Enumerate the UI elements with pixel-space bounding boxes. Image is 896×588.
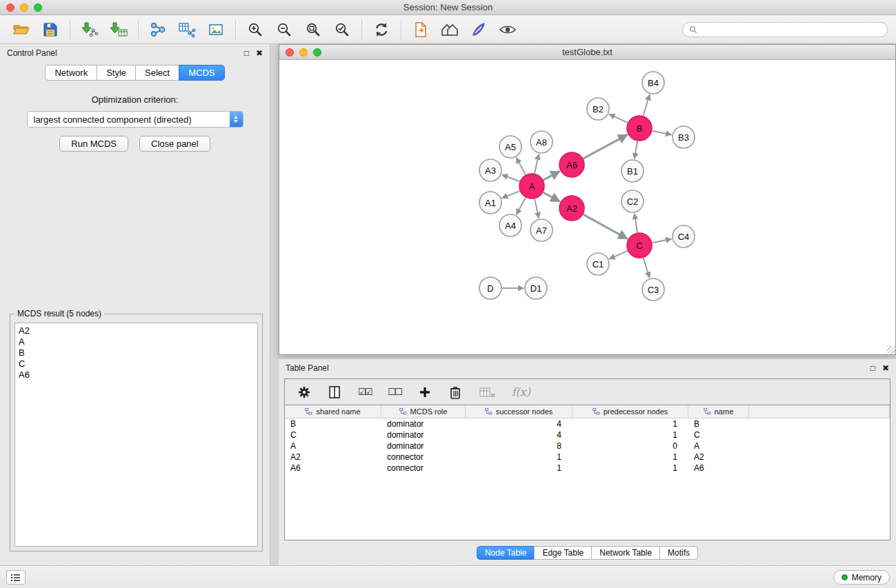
table-cell[interactable]: A2 — [285, 452, 381, 463]
open-session-button[interactable] — [7, 17, 36, 42]
table-row[interactable]: A6connector11A6 — [285, 463, 890, 474]
show-column-button[interactable] — [328, 385, 341, 399]
import-table-button[interactable] — [104, 17, 133, 42]
table-cell[interactable]: B — [285, 418, 381, 429]
minimize-window-button[interactable] — [20, 3, 28, 12]
table-cell[interactable]: connector — [381, 463, 466, 474]
tab-style[interactable]: Style — [97, 65, 136, 81]
close-window-button[interactable] — [6, 3, 14, 12]
graph-edge[interactable] — [609, 114, 627, 123]
search-input[interactable] — [701, 25, 881, 34]
close-panel-button[interactable]: Close panel — [139, 136, 210, 152]
table-cell[interactable]: A — [285, 440, 381, 452]
table-cell[interactable]: A6 — [285, 463, 381, 474]
table-cell[interactable]: 1 — [573, 452, 688, 463]
column-header[interactable]: predecessor nodes — [573, 405, 688, 418]
minimize-network-button[interactable] — [299, 48, 308, 57]
search-box[interactable] — [682, 22, 888, 37]
column-header[interactable]: shared name — [285, 405, 381, 418]
mcds-result-item[interactable]: A2 — [15, 323, 257, 336]
function-builder-button[interactable]: f(x) — [512, 385, 530, 398]
table-cell[interactable]: A2 — [688, 452, 749, 463]
zoom-fit-button[interactable] — [299, 17, 328, 42]
zoom-out-button[interactable] — [270, 17, 299, 42]
graph-edge[interactable] — [544, 192, 560, 201]
delete-table-button[interactable] — [479, 385, 495, 399]
table-cell[interactable]: 1 — [573, 418, 688, 429]
tab-motifs[interactable]: Motifs — [659, 546, 698, 560]
table-cell[interactable]: 8 — [466, 440, 573, 452]
mcds-result-item[interactable]: A — [15, 336, 257, 347]
graph-edge[interactable] — [517, 158, 526, 174]
tab-network-table[interactable]: Network Table — [591, 546, 660, 560]
memory-button[interactable]: Memory — [833, 570, 890, 585]
table-cell[interactable]: A6 — [688, 463, 749, 474]
run-mcds-button[interactable]: Run MCDS — [59, 136, 128, 152]
close-panel-icon[interactable]: ✖ — [256, 48, 263, 58]
table-cell[interactable]: connector — [381, 452, 466, 463]
graph-edge[interactable] — [584, 135, 628, 159]
table-cell[interactable]: 1 — [466, 452, 573, 463]
table-row[interactable]: Cdominator41C — [285, 429, 890, 440]
table-cell[interactable]: 4 — [466, 418, 573, 429]
table-cell[interactable]: dominator — [381, 418, 466, 429]
graph-edge[interactable] — [635, 141, 637, 159]
table-cell[interactable]: C — [688, 429, 749, 440]
task-history-button[interactable] — [6, 570, 26, 585]
column-header[interactable]: successor nodes — [466, 405, 573, 418]
graph-edge[interactable] — [502, 191, 520, 198]
graph-edge[interactable] — [502, 174, 519, 181]
graph-edge[interactable] — [635, 214, 637, 232]
tab-network[interactable]: Network — [45, 65, 97, 81]
table-row[interactable]: A2connector11A2 — [285, 452, 890, 463]
mcds-result-item[interactable]: C — [15, 358, 257, 369]
delete-column-button[interactable] — [448, 385, 462, 400]
table-cell[interactable]: 1 — [466, 463, 573, 474]
new-network-button[interactable] — [143, 17, 172, 42]
table-cell[interactable]: 4 — [466, 429, 573, 440]
zoom-window-button[interactable] — [34, 3, 42, 12]
graph-edge[interactable] — [544, 171, 560, 180]
table-cell[interactable]: C — [285, 429, 381, 440]
graph-edge[interactable] — [517, 198, 526, 214]
table-cell[interactable]: B — [688, 418, 749, 429]
table-row[interactable]: Bdominator41B — [285, 418, 890, 429]
apply-style-button[interactable] — [464, 17, 493, 42]
select-all-button[interactable]: ☑☑ — [358, 387, 371, 397]
open-document-button[interactable] — [406, 17, 435, 42]
graph-edge[interactable] — [584, 214, 628, 239]
table-settings-button[interactable] — [297, 385, 311, 399]
graph-edge[interactable] — [535, 199, 539, 219]
graph-edge[interactable] — [653, 239, 672, 243]
float-panel-icon[interactable]: □ — [244, 48, 249, 58]
export-image-button[interactable] — [201, 17, 230, 42]
table-cell[interactable]: 1 — [573, 429, 688, 440]
table-cell[interactable]: A — [688, 440, 749, 452]
mcds-result-item[interactable]: B — [15, 347, 257, 358]
zoom-network-button[interactable] — [313, 48, 321, 57]
network-canvas[interactable]: B4B2BB3A5A8A6A3B1AC2A1A2A4A7C4CC1C3DD1 — [279, 61, 895, 354]
table-row[interactable]: Adominator80A — [285, 440, 890, 452]
tab-edge-table[interactable]: Edge Table — [534, 546, 592, 560]
column-header[interactable]: name — [688, 405, 749, 418]
close-panel-icon[interactable]: ✖ — [882, 363, 889, 373]
mcds-result-list[interactable]: A2ABCA6 — [14, 323, 258, 547]
network-from-table-button[interactable] — [172, 17, 201, 42]
tab-select[interactable]: Select — [135, 65, 179, 81]
resize-grip[interactable] — [887, 346, 895, 354]
import-network-button[interactable] — [75, 17, 104, 42]
show-hide-button[interactable] — [493, 17, 522, 42]
table-cell[interactable]: 0 — [573, 440, 688, 452]
zoom-selected-button[interactable] — [328, 17, 357, 42]
graph-edge[interactable] — [644, 94, 650, 116]
close-network-button[interactable] — [286, 48, 294, 57]
table-cell[interactable]: dominator — [381, 429, 466, 440]
deselect-all-button[interactable]: ☐☐ — [388, 387, 401, 397]
graph-edge[interactable] — [653, 131, 672, 135]
home-view-button[interactable] — [435, 17, 464, 42]
optimization-criterion-dropdown[interactable]: largest connected component (directed) — [27, 111, 243, 128]
mcds-result-item[interactable]: A6 — [15, 369, 257, 381]
zoom-in-button[interactable] — [241, 17, 270, 42]
graph-edge[interactable] — [609, 251, 627, 259]
refresh-button[interactable] — [367, 17, 396, 42]
